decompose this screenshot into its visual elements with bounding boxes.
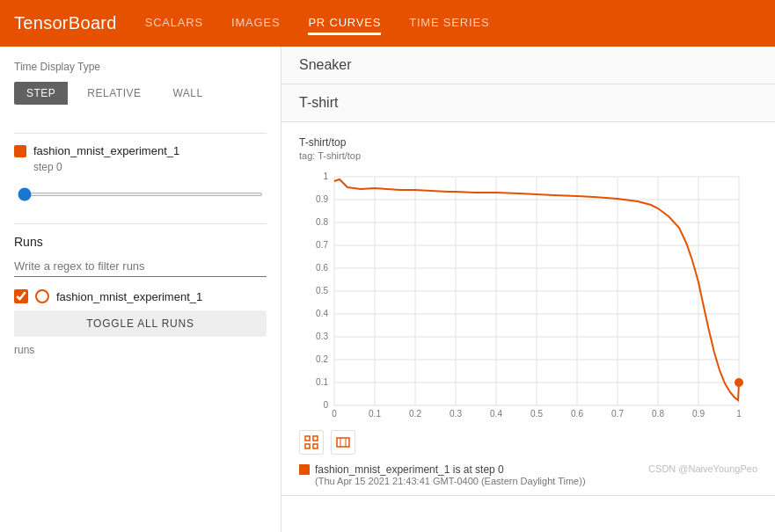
- svg-text:0.1: 0.1: [316, 377, 328, 387]
- svg-rect-47: [313, 444, 318, 448]
- sidebar: Time Display Type STEP RELATIVE WALL fas…: [0, 47, 281, 532]
- svg-text:0.6: 0.6: [571, 409, 583, 419]
- content-area: Sneaker T-shirt T-shirt/top tag: T-shirt…: [281, 47, 775, 532]
- chart-tag: tag: T-shirt/top: [299, 150, 757, 161]
- chart-title: T-shirt/top: [299, 136, 757, 149]
- svg-text:0.3: 0.3: [450, 409, 462, 419]
- svg-text:0.1: 0.1: [369, 409, 381, 419]
- nav-pr-curves[interactable]: PR CURVES: [308, 12, 381, 35]
- chart-svg: .grid-line { stroke: #e0e0e0; stroke-wid…: [299, 168, 748, 423]
- svg-text:0.6: 0.6: [316, 263, 328, 273]
- run-row: fashion_mnist_experiment_1: [14, 289, 267, 303]
- svg-text:0.3: 0.3: [316, 332, 328, 341]
- chart-container: T-shirt/top tag: T-shirt/top .grid-line …: [281, 122, 775, 496]
- toggle-all-runs-button[interactable]: TOGGLE ALL RUNS: [14, 310, 267, 337]
- legend-sub-text: (Thu Apr 15 2021 21:43:41 GMT-0400 (East…: [315, 476, 586, 486]
- watermark-text: CSDN @NaiveYoungPeo: [648, 463, 757, 474]
- app-brand: TensorBoard: [14, 13, 117, 33]
- relative-button[interactable]: RELATIVE: [75, 82, 153, 105]
- legend-row: fashion_mnist_experiment_1 is at step 0 …: [299, 463, 757, 486]
- svg-text:0.4: 0.4: [490, 409, 502, 419]
- svg-text:0: 0: [323, 400, 328, 410]
- svg-rect-44: [305, 436, 310, 441]
- chart-area: .grid-line { stroke: #e0e0e0; stroke-wid…: [299, 168, 748, 423]
- svg-text:0.8: 0.8: [652, 409, 664, 419]
- nav-scalars[interactable]: SCALARS: [145, 12, 203, 35]
- section-tshirt: T-shirt: [281, 84, 775, 122]
- section-sneaker: Sneaker: [281, 47, 775, 84]
- svg-text:1: 1: [736, 409, 742, 419]
- fit-icon[interactable]: [331, 430, 355, 455]
- divider-1: [14, 133, 267, 134]
- legend-color: [299, 464, 310, 475]
- svg-text:0.8: 0.8: [316, 217, 328, 227]
- runs-title: Runs: [14, 235, 267, 249]
- run-color-circle: [35, 289, 49, 303]
- legend-main-text: fashion_mnist_experiment_1 is at step 0: [315, 463, 586, 476]
- svg-text:0.5: 0.5: [316, 286, 328, 295]
- step-slider-container: [14, 186, 267, 199]
- wall-button[interactable]: WALL: [160, 82, 215, 105]
- svg-text:0.2: 0.2: [409, 409, 421, 419]
- svg-text:0: 0: [332, 409, 337, 419]
- nav-links: SCALARS IMAGES PR CURVES TIME SERIES: [145, 12, 490, 35]
- svg-rect-46: [305, 444, 310, 448]
- svg-rect-48: [337, 438, 349, 447]
- svg-text:0.5: 0.5: [530, 409, 543, 419]
- time-display-label: Time Display Type: [14, 61, 267, 73]
- runs-footer-label: runs: [14, 344, 267, 356]
- chart-footer: [299, 430, 757, 455]
- svg-text:0.9: 0.9: [316, 194, 328, 204]
- svg-text:0.9: 0.9: [692, 409, 705, 419]
- runs-filter-input[interactable]: [14, 258, 267, 277]
- svg-text:0.2: 0.2: [316, 354, 328, 364]
- run-checkbox[interactable]: [14, 289, 28, 303]
- experiment-step: step 0: [33, 161, 267, 173]
- run-name: fashion_mnist_experiment_1: [56, 290, 202, 303]
- nav-time-series[interactable]: TIME SERIES: [409, 12, 489, 35]
- svg-text:0.7: 0.7: [316, 240, 328, 250]
- experiment-row: fashion_mnist_experiment_1: [14, 144, 267, 157]
- svg-rect-45: [313, 436, 318, 441]
- step-slider[interactable]: [18, 193, 263, 196]
- time-display-buttons: STEP RELATIVE WALL: [14, 82, 267, 105]
- svg-text:1: 1: [323, 171, 328, 181]
- experiment-color: [14, 145, 26, 157]
- divider-2: [14, 223, 267, 224]
- svg-text:0.4: 0.4: [316, 309, 328, 318]
- experiment-name: fashion_mnist_experiment_1: [33, 144, 179, 157]
- nav-images[interactable]: IMAGES: [231, 12, 280, 35]
- legend-text: fashion_mnist_experiment_1 is at step 0 …: [315, 463, 586, 486]
- expand-icon[interactable]: [299, 430, 324, 455]
- svg-text:0.7: 0.7: [611, 409, 624, 419]
- step-button[interactable]: STEP: [14, 82, 68, 105]
- topnav: TensorBoard SCALARS IMAGES PR CURVES TIM…: [0, 0, 775, 47]
- curve-endpoint: [735, 378, 743, 387]
